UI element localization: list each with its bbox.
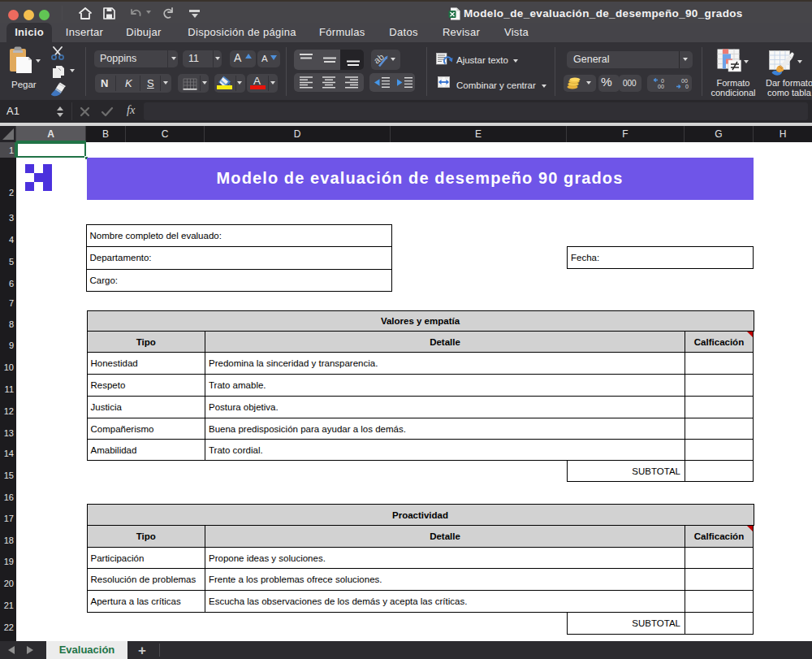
svg-text:00: 00 — [681, 78, 688, 84]
svg-text:0: 0 — [685, 84, 689, 89]
svg-text:00: 00 — [658, 84, 664, 89]
svg-text:0: 0 — [661, 78, 664, 84]
svg-text:ab: ab — [374, 52, 386, 66]
